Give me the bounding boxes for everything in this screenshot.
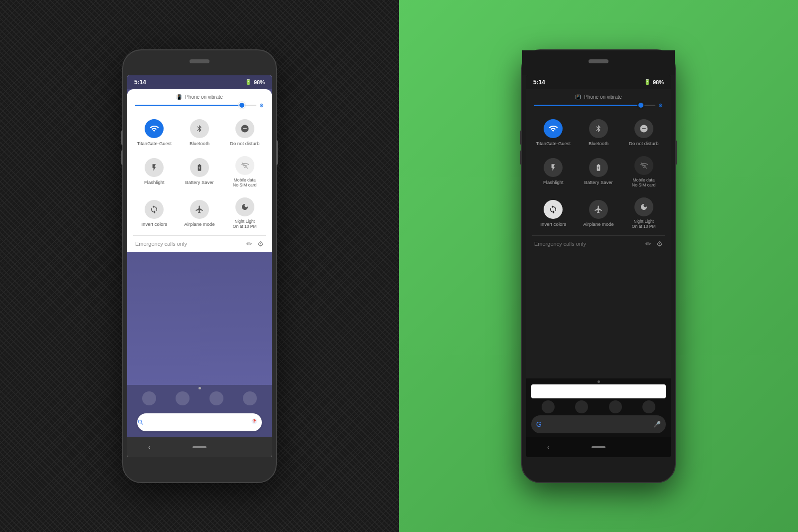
nav-bar-right: ‹ ‹ (526, 437, 671, 457)
settings-icon-right[interactable]: ⚙ (656, 240, 663, 248)
invert-label-left: Invert colors (141, 221, 167, 227)
night-label-right: Night LightOn at 10 PM (632, 219, 656, 229)
settings-icon-left[interactable]: ⚙ (257, 240, 264, 248)
flashlight-label-left: Flashlight (144, 179, 165, 185)
tile-bluetooth-left[interactable]: Bluetooth (179, 115, 221, 149)
qs-grid-row2-left: Flashlight Battery Saver (133, 152, 266, 190)
qs-grid-row2-right: Flashlight Battery Saver (532, 152, 665, 190)
tile-night-left[interactable]: Night LightOn at 10 PM (223, 193, 266, 232)
qs-panel-left: 📳 Phone on vibrate ⚙ (127, 89, 272, 252)
battery-saver-label-right: Battery Saver (584, 179, 613, 185)
home-btn-right[interactable] (592, 446, 605, 448)
dnd-icon-right (634, 119, 653, 138)
tile-airplane-right[interactable]: Airplane mode (578, 193, 620, 232)
vol-up-left (121, 130, 123, 145)
qs-grid-row1-left: TitanGate-Guest Bluetooth (133, 115, 266, 149)
tile-airplane-left[interactable]: Airplane mode (179, 193, 221, 232)
emergency-left: Emergency calls only (135, 241, 187, 247)
battery-icon-left: 🔋 (245, 79, 252, 85)
mobile-icon-right (634, 156, 653, 175)
tile-battery-saver-right[interactable]: Battery Saver (578, 152, 620, 190)
screen-right: 5:14 🔋 98% 📳 Phone on vibrate (526, 75, 671, 457)
status-bar-right: 5:14 🔋 98% (526, 75, 671, 89)
qs-footer-right: Emergency calls only ✏ ⚙ (532, 235, 665, 252)
vibrate-icon-right: 📳 (575, 94, 581, 100)
tile-battery-saver-left[interactable]: Battery Saver (179, 152, 221, 190)
tile-bluetooth-right[interactable]: Bluetooth (578, 115, 620, 149)
dnd-icon-left (235, 119, 254, 138)
background-right: 5:14 🔋 98% 📳 Phone on vibrate (399, 0, 798, 532)
time-left: 5:14 (134, 79, 146, 86)
back-btn-right[interactable]: ‹ (547, 443, 550, 452)
bluetooth-icon-left (190, 119, 209, 138)
qs-grid-row3-left: Invert colors Airplane mode (133, 193, 266, 232)
night-icon-left (235, 197, 254, 216)
vibrate-label-left: Phone on vibrate (185, 94, 223, 100)
battery-right: 98% (653, 79, 664, 85)
camera-right (589, 59, 608, 63)
status-right-left: 🔋 98% (245, 79, 265, 85)
wifi-label-left: TitanGate-Guest (137, 141, 172, 146)
tile-wifi-right[interactable]: TitanGate-Guest (532, 115, 575, 149)
tile-invert-left[interactable]: Invert colors (133, 193, 176, 232)
bluetooth-label-left: Bluetooth (190, 141, 209, 146)
airplane-icon-left (190, 200, 209, 219)
camera-left (190, 59, 209, 63)
volume-slider-left[interactable]: ⚙ (133, 103, 266, 108)
phone-top-right (522, 50, 675, 75)
invert-icon-right (544, 200, 563, 219)
flashlight-icon-left (145, 158, 164, 177)
bluetooth-icon-right (589, 119, 608, 138)
volume-slider-right[interactable]: ⚙ (532, 103, 665, 108)
battery-icon-right: 🔋 (644, 79, 651, 85)
tile-flashlight-left[interactable]: Flashlight (133, 152, 176, 190)
tile-dnd-left[interactable]: Do not disturb (223, 115, 266, 149)
status-right-right: 🔋 98% (644, 79, 664, 85)
bluetooth-label-right: Bluetooth (589, 141, 608, 146)
back-btn-left[interactable]: ‹ (148, 443, 151, 452)
phone-right: 5:14 🔋 98% 📳 Phone on vibrate (521, 49, 676, 483)
tile-wifi-left[interactable]: TitanGate-Guest (133, 115, 176, 149)
battery-saver-icon-right (589, 158, 608, 177)
vol-up-right (520, 130, 522, 145)
mobile-label-right: Mobile dataNo SIM card (632, 177, 655, 187)
invert-icon-left (145, 200, 164, 219)
flashlight-icon-right (544, 158, 563, 177)
nav-bar-left: ‹ ‹ (127, 437, 272, 457)
tile-night-right[interactable]: Night LightOn at 10 PM (622, 193, 665, 232)
phone-left: 5:14 🔋 98% 📳 Phone on vibrate (122, 49, 277, 483)
qs-panel-right: 📳 Phone on vibrate ⚙ (526, 89, 671, 378)
mobile-icon-left (235, 156, 254, 175)
vibrate-icon-left: 📳 (176, 94, 182, 100)
night-icon-right (634, 197, 653, 216)
home-btn-left[interactable] (193, 446, 206, 448)
battery-left: 98% (254, 79, 265, 85)
airplane-icon-right (589, 200, 608, 219)
dnd-label-right: Do not disturb (629, 141, 658, 146)
flashlight-label-right: Flashlight (543, 179, 564, 185)
wifi-label-right: TitanGate-Guest (536, 141, 571, 146)
tile-mobile-left[interactable]: Mobile dataNo SIM card (223, 152, 266, 190)
tile-mobile-right[interactable]: Mobile dataNo SIM card (622, 152, 665, 190)
vol-down-right (520, 150, 522, 165)
edit-icon-right[interactable]: ✏ (645, 240, 651, 248)
screen-left: 5:14 🔋 98% 📳 Phone on vibrate (127, 75, 272, 457)
white-bar-right (531, 384, 666, 398)
search-bar-left[interactable] (137, 413, 262, 431)
search-bar-right[interactable]: G 🎤 (531, 415, 666, 433)
time-right: 5:14 (533, 79, 545, 86)
power-btn-left (276, 140, 278, 165)
edit-icon-left[interactable]: ✏ (246, 240, 252, 248)
tile-flashlight-right[interactable]: Flashlight (532, 152, 575, 190)
battery-saver-icon-left (190, 158, 209, 177)
airplane-label-right: Airplane mode (583, 221, 613, 227)
qs-grid-row1-right: TitanGate-Guest Bluetooth (532, 115, 665, 149)
tile-invert-right[interactable]: Invert colors (532, 193, 575, 232)
tile-dnd-right[interactable]: Do not disturb (622, 115, 665, 149)
dnd-label-left: Do not disturb (230, 141, 259, 146)
airplane-label-left: Airplane mode (184, 221, 214, 227)
status-bar-left: 5:14 🔋 98% (127, 75, 272, 89)
vibrate-label-right: Phone on vibrate (584, 94, 622, 100)
battery-saver-label-left: Battery Saver (185, 179, 214, 185)
power-btn-right (675, 140, 677, 165)
